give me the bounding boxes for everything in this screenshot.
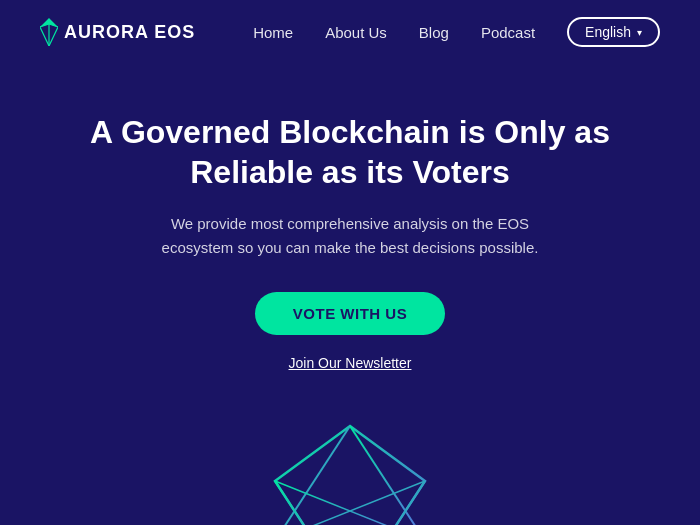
hero-subtext: We provide most comprehensive analysis o…: [140, 212, 560, 260]
svg-line-4: [275, 426, 350, 525]
hero-section: A Governed Blockchain is Only as Reliabl…: [0, 64, 700, 525]
svg-line-7: [350, 481, 425, 525]
logo-text: AURORA EOS: [64, 22, 195, 43]
svg-line-5: [350, 426, 425, 525]
navbar: AURORA EOS Home About Us Blog Podcast En…: [0, 0, 700, 64]
nav-links: Home About Us Blog Podcast English ▾: [253, 17, 660, 47]
newsletter-link[interactable]: Join Our Newsletter: [289, 355, 412, 371]
nav-home[interactable]: Home: [253, 24, 293, 41]
nav-about[interactable]: About Us: [325, 24, 387, 41]
hero-headline: A Governed Blockchain is Only as Reliabl…: [90, 112, 610, 192]
chevron-down-icon: ▾: [637, 27, 642, 38]
language-label: English: [585, 24, 631, 40]
svg-line-6: [275, 481, 350, 525]
language-selector[interactable]: English ▾: [567, 17, 660, 47]
eos-graphic: [270, 421, 430, 525]
logo[interactable]: AURORA EOS: [40, 18, 195, 46]
vote-button[interactable]: VOTE WITH US: [255, 292, 445, 335]
logo-icon: [40, 18, 58, 46]
nav-podcast[interactable]: Podcast: [481, 24, 535, 41]
nav-blog[interactable]: Blog: [419, 24, 449, 41]
